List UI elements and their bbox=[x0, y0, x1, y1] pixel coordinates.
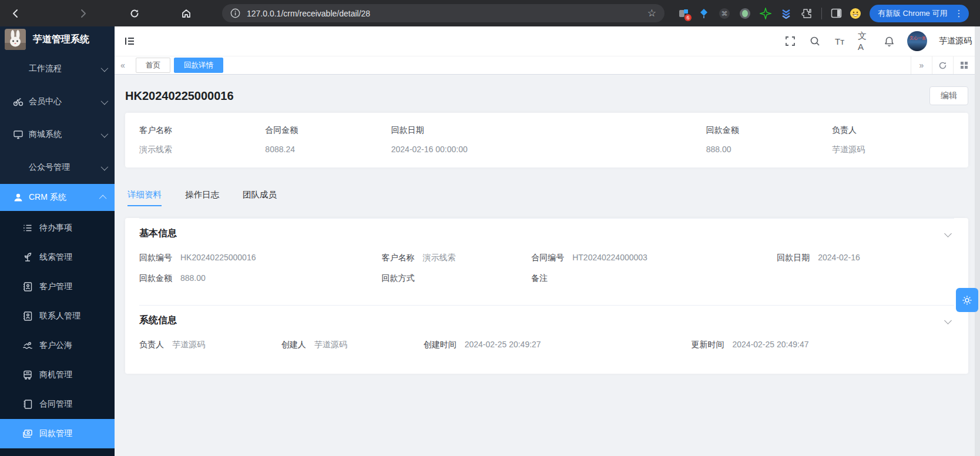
detail-field: 回款日期2024-02-16 bbox=[777, 252, 954, 263]
field-value: 2024-02-25 20:49:47 bbox=[732, 340, 808, 349]
route-tab-receivable-detail[interactable]: 回款详情 bbox=[174, 58, 223, 73]
font-size-icon[interactable]: Tт bbox=[833, 35, 846, 48]
side-panel-icon[interactable] bbox=[830, 8, 842, 19]
submenu-item-receivable[interactable]: 回款管理 bbox=[0, 419, 115, 448]
sidebar-submenu-crm: 待办事项 线索管理 客户管理 联系人管理 bbox=[0, 211, 115, 456]
field-value: 演示线索 bbox=[139, 145, 265, 155]
field-label: 回款编号 bbox=[139, 253, 172, 262]
field-label: 创建人 bbox=[281, 340, 306, 349]
field-value: 8088.24 bbox=[265, 145, 391, 154]
detail-card: 基本信息 回款编号HK20240225000016 客户名称演示线索 合同编号H… bbox=[125, 218, 968, 374]
field-label: 备注 bbox=[531, 273, 548, 283]
field-label: 负责人 bbox=[832, 125, 954, 136]
route-tab-bar: « 首页 回款详情 » bbox=[115, 56, 980, 75]
sidebar-item-mall-system[interactable]: 商城系统 bbox=[0, 118, 115, 151]
browser-home-icon[interactable] bbox=[180, 7, 193, 20]
chevron-down-icon bbox=[101, 130, 109, 138]
bus-icon bbox=[22, 370, 33, 380]
field-label: 客户名称 bbox=[139, 125, 265, 136]
summary-field: 负责人 芋道源码 bbox=[832, 125, 954, 155]
translate-icon[interactable]: 文A bbox=[858, 35, 871, 48]
browser-forward-icon[interactable] bbox=[76, 7, 89, 20]
field-label: 回款日期 bbox=[391, 125, 706, 136]
address-book-icon bbox=[22, 311, 33, 321]
section-title: 系统信息 bbox=[139, 314, 177, 327]
tab-detail-info[interactable]: 详细资料 bbox=[127, 189, 162, 206]
chrome-update-label: 有新版 Chrome 可用 bbox=[878, 8, 947, 19]
field-label: 更新时间 bbox=[691, 340, 724, 349]
summary-field: 合同金额 8088.24 bbox=[265, 125, 391, 155]
site-info-icon[interactable] bbox=[229, 8, 241, 19]
chrome-update-button[interactable]: 有新版 Chrome 可用 ⋮ bbox=[870, 5, 969, 22]
submenu-item-label: 线索管理 bbox=[39, 252, 72, 263]
extension-command-icon[interactable]: ⌘ bbox=[719, 8, 730, 19]
extension-icon[interactable]: 6 bbox=[677, 8, 689, 19]
summary-field: 回款金额 888.00 bbox=[706, 125, 832, 155]
summary-field: 回款日期 2024-02-16 00:00:00 bbox=[391, 125, 706, 155]
fullscreen-icon[interactable] bbox=[784, 35, 797, 48]
user-icon bbox=[13, 192, 24, 203]
detail-field: 客户名称演示线索 bbox=[382, 252, 532, 263]
emoji-profile-icon[interactable] bbox=[850, 8, 861, 19]
blank-icon bbox=[13, 162, 24, 173]
route-tab-home[interactable]: 首页 bbox=[136, 58, 170, 73]
chevron-down-icon bbox=[944, 230, 952, 237]
tabs-scroll-right-icon[interactable]: » bbox=[911, 56, 932, 74]
collapse-basic-header[interactable]: 基本信息 bbox=[139, 219, 954, 247]
sidebar-item-workflow[interactable]: 工作流程 bbox=[0, 52, 115, 85]
edit-button[interactable]: 编辑 bbox=[929, 86, 968, 105]
submenu-item-contact[interactable]: 联系人管理 bbox=[0, 301, 115, 331]
settings-drawer-button[interactable] bbox=[956, 288, 978, 312]
chevron-up-icon bbox=[99, 195, 107, 202]
collapse-system-header[interactable]: 系统信息 bbox=[139, 306, 954, 334]
refresh-tab-icon[interactable] bbox=[932, 56, 953, 74]
submenu-item-label: 客户管理 bbox=[39, 281, 72, 292]
extensions-puzzle-icon[interactable] bbox=[801, 8, 813, 19]
field-value: 888.00 bbox=[180, 273, 206, 283]
tab-operation-log[interactable]: 操作日志 bbox=[185, 189, 219, 206]
extension-kite-icon[interactable] bbox=[698, 8, 710, 19]
sidebar-item-member-center[interactable]: 会员中心 bbox=[0, 85, 115, 118]
tabs-scroll-left-icon[interactable]: « bbox=[115, 61, 131, 70]
user-avatar[interactable]: 文心一言 bbox=[907, 31, 927, 51]
extension-chevrons-icon[interactable] bbox=[780, 8, 792, 19]
sidebar-item-official-account[interactable]: 公众号管理 bbox=[0, 151, 115, 184]
address-bar[interactable]: 127.0.0.1/crm/receivable/detail/28 ☆ bbox=[222, 4, 664, 22]
tab-team-members[interactable]: 团队成员 bbox=[243, 189, 277, 206]
submenu-item-todo[interactable]: 待办事项 bbox=[0, 213, 115, 243]
svg-text:⌘: ⌘ bbox=[721, 10, 728, 17]
url-text[interactable]: 127.0.0.1/crm/receivable/detail/28 bbox=[247, 9, 647, 18]
extension-badge: 6 bbox=[684, 14, 692, 21]
submenu-item-business[interactable]: 商机管理 bbox=[0, 360, 115, 390]
submenu-item-customer-pool[interactable]: 客户公海 bbox=[0, 331, 115, 360]
page-title: HK20240225000016 bbox=[125, 89, 234, 103]
browser-toolbar: 127.0.0.1/crm/receivable/detail/28 ☆ 6 ⌘ bbox=[0, 0, 980, 26]
summary-field: 客户名称 演示线索 bbox=[139, 125, 265, 155]
toolbar-divider bbox=[821, 8, 822, 19]
submenu-item-contract[interactable]: 合同管理 bbox=[0, 390, 115, 419]
field-value: HK20240225000016 bbox=[180, 253, 256, 262]
app-logo-row[interactable]: 芋道管理系统 bbox=[0, 26, 115, 52]
notification-bell-icon[interactable] bbox=[882, 35, 895, 48]
extension-green-dot-icon[interactable] bbox=[739, 8, 751, 19]
app-title: 芋道管理系统 bbox=[33, 33, 89, 46]
field-value: 演示线索 bbox=[423, 253, 456, 262]
sidebar-item-crm-system[interactable]: CRM 系统 bbox=[0, 184, 115, 211]
bookmark-star-icon[interactable]: ☆ bbox=[647, 7, 656, 19]
menu-fold-icon[interactable] bbox=[124, 35, 136, 47]
submenu-item-customer[interactable]: 客户管理 bbox=[0, 272, 115, 301]
browser-menu-icon[interactable]: ⋮ bbox=[952, 9, 965, 18]
browser-reload-icon[interactable] bbox=[128, 7, 141, 20]
search-icon[interactable] bbox=[808, 35, 821, 48]
extension-green-star-icon[interactable] bbox=[760, 8, 771, 19]
submenu-item-label: 回款管理 bbox=[39, 428, 72, 439]
browser-back-icon[interactable] bbox=[9, 7, 22, 20]
sidebar-item-label: CRM 系统 bbox=[29, 192, 66, 203]
submenu-item-label: 客户公海 bbox=[39, 340, 72, 351]
field-label: 回款日期 bbox=[777, 253, 810, 262]
page-scrollbar[interactable] bbox=[975, 26, 980, 456]
tab-options-grid-icon[interactable] bbox=[953, 56, 974, 74]
submenu-item-clue[interactable]: 线索管理 bbox=[0, 243, 115, 272]
field-label: 合同编号 bbox=[531, 253, 564, 262]
username[interactable]: 芋道源码 bbox=[939, 36, 972, 46]
